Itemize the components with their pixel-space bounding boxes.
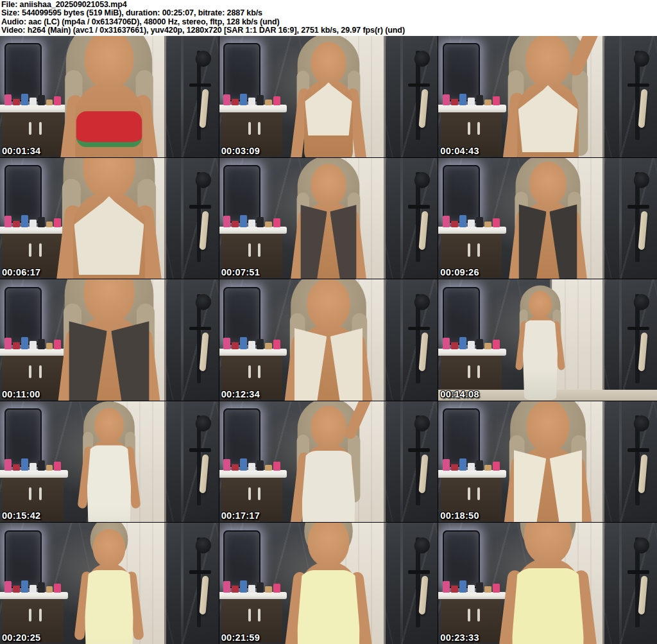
shower-bar [627,327,649,331]
led-mirror [4,530,42,589]
person-figure [280,158,377,279]
torso [87,564,132,641]
face [526,401,569,452]
shower-bar [189,83,211,87]
torso [304,201,353,279]
shower-bar [408,205,430,209]
video-thumbnail: 00:23:33 [438,523,657,644]
file-info-line-audio: Audio: aac (LC) (mp4a / 0x6134706D), 480… [1,18,657,26]
timestamp-overlay: 00:20:25 [2,632,40,643]
person-figure [487,36,608,157]
led-mirror [4,43,42,101]
person-figure [70,401,149,523]
video-thumbnail: 00:01:34 [0,36,219,157]
timestamp-overlay: 00:23:33 [440,632,479,643]
video-thumbnail: 00:14:08 [438,279,657,401]
torso [300,562,357,644]
video-thumbnail: 00:07:51 [219,158,438,279]
person-figure [270,279,387,401]
toiletries [4,580,62,593]
video-thumbnail: 00:17:17 [219,401,438,523]
shower-glass-edge [400,523,403,644]
timestamp-overlay: 00:12:34 [221,389,260,399]
video-thumbnail: 00:09:26 [438,158,657,279]
shower-bar [408,327,430,331]
timestamp-overlay: 00:14:08 [440,389,479,399]
shower-bar [408,448,430,452]
video-thumbnail: 00:15:42 [0,401,219,523]
video-thumbnail: 00:04:43 [438,36,657,157]
shower-glass-edge [181,523,183,644]
video-thumbnail: 00:12:34 [219,279,438,401]
led-mirror [223,287,260,345]
video-thumbnail: 00:11:00 [0,279,219,401]
shower-glass-edge [181,158,183,279]
timestamp-overlay: 00:15:42 [2,510,40,521]
face [524,523,571,565]
face [525,36,570,88]
shower-bar [408,570,430,574]
led-mirror [443,165,480,223]
face [311,164,346,207]
shower-glass-edge [400,401,403,523]
shower-glass-edge [181,36,183,157]
torso [522,200,573,279]
vanity-counter [219,227,287,234]
face [311,406,346,449]
file-info-line-file: File: aniishaa_202509021053.mp4 [1,1,657,9]
person-figure [38,158,180,279]
toiletries [443,337,500,349]
file-info-header: File: aniishaa_202509021053.mp4 Size: 54… [0,0,657,36]
timestamp-overlay: 00:04:43 [440,146,479,156]
timestamp-overlay: 00:01:34 [2,146,40,156]
person-figure [272,523,385,644]
shower-bar [627,83,649,87]
video-thumbnail: 00:18:50 [438,401,657,523]
timestamp-overlay: 00:07:51 [221,267,260,277]
led-mirror [223,530,260,589]
led-mirror [4,165,42,223]
shower-bar [189,205,211,209]
led-mirror [443,287,480,345]
person-figure [40,279,178,401]
led-mirror [4,287,42,345]
shower-glass-edge [400,36,403,157]
person-figure [65,523,153,644]
face [307,279,350,330]
person-figure [280,36,377,157]
led-mirror [223,408,260,467]
vanity-counter [0,592,68,599]
timestamp-overlay: 00:18:50 [440,510,479,521]
video-thumbnail: 00:06:17 [0,158,219,279]
toiletries [223,94,280,106]
vanity-counter [438,349,506,356]
torso [524,315,556,370]
timestamp-overlay: 00:11:00 [2,389,40,399]
torso [73,191,145,279]
vanity-counter [438,227,506,234]
timestamp-overlay: 00:03:09 [221,146,260,156]
face [529,291,552,319]
shower-bar [189,570,211,574]
torso [299,324,358,401]
timestamp-overlay: 00:17:17 [221,510,260,521]
timestamp-overlay: 00:21:59 [221,632,260,643]
video-thumbnail: 00:03:09 [219,36,438,157]
video-thumbnail: 00:20:25 [0,523,219,644]
shower-glass-edge [619,523,622,644]
toiletries [223,215,280,227]
face [95,408,124,443]
shower-bar [189,448,211,452]
face [529,161,567,206]
vanity-counter [0,470,68,477]
torso [304,80,353,157]
shower-glass-edge [619,158,622,279]
toiletries [443,215,500,227]
shower-glass-edge [181,279,183,401]
person-figure [280,401,377,523]
shower-glass-edge [400,158,403,279]
shower-bar [627,570,649,574]
person-figure [509,284,572,400]
torso [89,439,130,509]
torso [517,82,579,157]
